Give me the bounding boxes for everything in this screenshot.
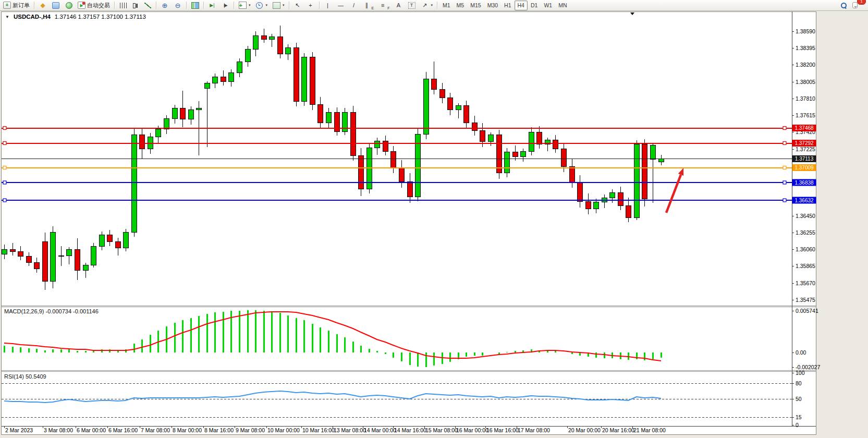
chart-shift-button[interactable]: |▶ (219, 0, 231, 10)
channel-icon: ∥ (363, 2, 371, 9)
templates-button[interactable]: ▾ (270, 0, 287, 10)
trendline-icon: / (350, 2, 358, 9)
new-order-icon (3, 2, 11, 9)
rsi-indicator-label: RSI(14) 50.5409 (4, 373, 46, 380)
trendline-button[interactable]: / (348, 0, 360, 10)
zoom-in-icon: ⊕ (161, 2, 169, 9)
chart-shift-icon: |▶ (221, 2, 229, 9)
zoom-out-icon: ⊖ (174, 2, 182, 9)
timeframe-M5[interactable]: M5 (454, 1, 468, 10)
search-button[interactable] (837, 0, 850, 10)
timeframe-group: M1M5M15M30H1H4D1W1MN (439, 1, 570, 10)
separator (114, 2, 115, 9)
periods-button[interactable]: ▾ (253, 0, 270, 10)
line-chart-button[interactable] (141, 0, 154, 10)
vertical-line-button[interactable]: | (322, 0, 334, 10)
timeframe-H4[interactable]: H4 (515, 1, 528, 10)
symbol-period-label: USDCAD-,H4 (14, 14, 51, 20)
new-order-button[interactable]: 新订单 (1, 0, 32, 10)
cursor-icon: ↖ (294, 2, 302, 9)
notification-badge: 1 (857, 0, 866, 5)
community-button[interactable] (50, 0, 62, 10)
channel-letter: E (372, 6, 374, 10)
separator (234, 2, 234, 9)
separator (437, 2, 437, 9)
auto-scroll-icon: ▶| (208, 2, 216, 9)
crosshair-icon: + (307, 2, 315, 9)
separator (186, 2, 187, 9)
text-label-button[interactable]: T (406, 0, 418, 10)
clock-icon (255, 2, 264, 9)
price-chart-area[interactable] (2, 11, 792, 306)
crosshair-button[interactable]: + (304, 0, 317, 10)
tile-windows-icon (191, 2, 199, 9)
separator (203, 2, 204, 9)
auto-trading-label: 自动交易 (87, 2, 110, 9)
rsi-panel-area[interactable] (2, 372, 792, 426)
separator (289, 2, 289, 9)
chevron-down-icon: ▾ (249, 3, 251, 7)
ohlc-readout: 1.37146 1.37157 1.37100 1.37113 (55, 14, 146, 20)
timeframe-W1[interactable]: W1 (541, 1, 555, 10)
time-axis-border (2, 426, 816, 427)
timeframe-H1[interactable]: H1 (501, 1, 514, 10)
separator (319, 2, 320, 9)
bar-chart-icon (119, 2, 127, 9)
timeframe-D1[interactable]: D1 (528, 1, 541, 10)
search-icon (839, 2, 848, 9)
separator (156, 2, 156, 9)
chevron-down-icon: ▾ (431, 3, 433, 7)
price-axis-border (792, 11, 792, 426)
chevron-down-icon: ▾ (266, 3, 268, 7)
arrows-button[interactable]: ↗▾ (419, 0, 435, 10)
timeframe-M15[interactable]: M15 (467, 1, 484, 10)
application-window: 新订单 ◆ 自动交易 ⊕ ⊖ ▶| |▶ ▾ ▾ ▾ ↖ + | — / ∥E … (0, 0, 868, 438)
zoom-in-button[interactable]: ⊕ (158, 0, 171, 10)
text-label-icon: T (408, 2, 416, 9)
separator (34, 2, 34, 9)
arrows-icon: ↗ (421, 2, 429, 9)
indicators-button[interactable]: ▾ (236, 0, 253, 10)
timeframe-M30[interactable]: M30 (484, 1, 501, 10)
horizontal-line-icon: — (337, 2, 345, 9)
macd-indicator-label: MACD(12,26,9) -0.000734 -0.001146 (4, 308, 99, 314)
timeframe-M1[interactable]: M1 (439, 1, 454, 10)
bar-chart-button[interactable] (117, 0, 129, 10)
auto-scroll-button[interactable]: ▶| (206, 0, 218, 10)
tile-windows-button[interactable] (189, 0, 201, 10)
zoom-out-button[interactable]: ⊖ (172, 0, 184, 10)
auto-trading-button[interactable]: 自动交易 (76, 0, 112, 10)
cursor-button[interactable]: ↖ (291, 0, 304, 10)
new-order-label: 新订单 (13, 2, 30, 9)
fibonacci-icon: ≡ (378, 2, 387, 9)
profile-icon: ◆ (39, 2, 47, 9)
chevron-down-icon: ▾ (283, 3, 285, 7)
vertical-line-icon: | (324, 2, 332, 9)
toolbar: 新订单 ◆ 自动交易 ⊕ ⊖ ▶| |▶ ▾ ▾ ▾ ↖ + | — / ∥E … (0, 0, 868, 11)
signals-icon (65, 2, 73, 9)
signals-button[interactable] (63, 0, 75, 10)
candlestick-icon (132, 3, 139, 8)
text-icon: A (395, 2, 403, 9)
chart-title: ▼ USDCAD-,H4 1.37146 1.37157 1.37100 1.3… (5, 14, 146, 20)
template-icon (272, 2, 280, 9)
horizontal-line-button[interactable]: — (335, 0, 347, 10)
fibonacci-button[interactable]: ≡F (376, 0, 392, 10)
fibonacci-letter: F (387, 6, 389, 10)
triangle-down-icon: ▼ (5, 15, 9, 19)
macd-panel-area[interactable] (2, 307, 792, 370)
indicators-icon (238, 2, 247, 9)
notifications-button[interactable]: 1 (850, 0, 863, 10)
channel-button[interactable]: ∥E (361, 0, 376, 10)
candlestick-button[interactable] (130, 0, 141, 10)
line-chart-icon (143, 2, 152, 9)
text-button[interactable]: A (393, 0, 405, 10)
profile-button[interactable]: ◆ (36, 0, 49, 10)
timeframe-MN[interactable]: MN (555, 1, 570, 10)
community-icon (52, 2, 60, 9)
auto-trading-icon (78, 2, 85, 9)
